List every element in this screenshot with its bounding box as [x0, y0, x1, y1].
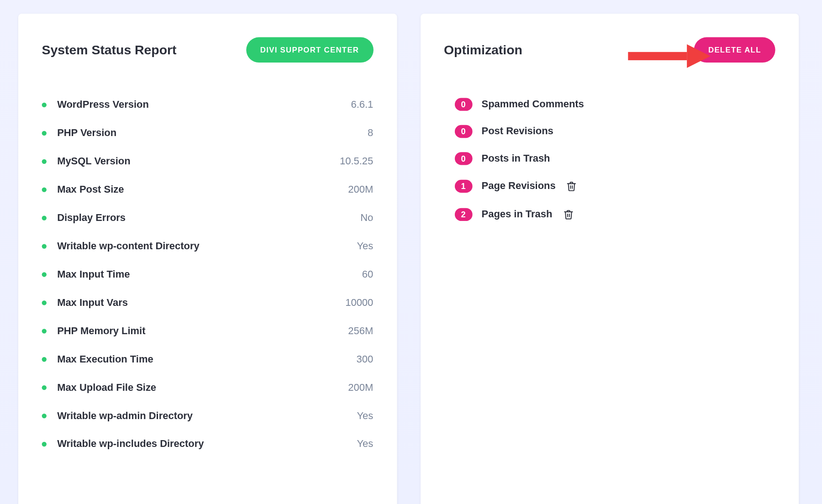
status-label: Max Execution Time	[57, 353, 356, 365]
status-value: 256M	[348, 325, 373, 337]
status-label: PHP Version	[57, 127, 368, 139]
status-row: MySQL Version10.5.25	[42, 147, 374, 176]
optimization-row: 2Pages in Trash	[454, 200, 775, 229]
status-dot-icon	[42, 329, 47, 333]
count-badge: 0	[454, 125, 472, 138]
optimization-label: Pages in Trash	[482, 209, 553, 220]
status-label: Max Input Time	[57, 269, 362, 281]
optimization-row: 0Posts in Trash	[454, 145, 775, 172]
status-dot-icon	[42, 103, 47, 107]
status-label: Max Post Size	[57, 184, 348, 196]
status-row: PHP Version8	[42, 119, 374, 147]
status-dot-icon	[42, 442, 47, 446]
status-value: 60	[362, 269, 373, 281]
status-value: 300	[357, 353, 374, 365]
system-status-title: System Status Report	[42, 42, 177, 58]
optimization-title: Optimization	[444, 42, 522, 58]
status-label: Writable wp-includes Directory	[57, 438, 357, 450]
optimization-label: Page Revisions	[482, 180, 556, 192]
status-value: Yes	[357, 410, 373, 422]
status-row: Max Upload File Size200M	[42, 373, 374, 402]
status-value: 6.6.1	[351, 99, 373, 111]
status-value: Yes	[357, 241, 373, 252]
status-value: Yes	[357, 438, 373, 450]
status-row: Writable wp-admin DirectoryYes	[42, 402, 374, 430]
status-row: Max Execution Time300	[42, 345, 374, 373]
optimization-header: Optimization DELETE ALL	[444, 37, 775, 63]
status-row: PHP Memory Limit256M	[42, 317, 374, 345]
status-dot-icon	[42, 385, 47, 390]
status-label: Max Upload File Size	[57, 382, 348, 394]
status-dot-icon	[42, 357, 47, 362]
trash-icon[interactable]	[565, 179, 578, 193]
status-label: Writable wp-content Directory	[57, 241, 357, 252]
status-label: Display Errors	[57, 212, 360, 224]
optimization-row: 1Page Revisions	[454, 172, 775, 200]
optimization-list: 0Spammed Comments0Post Revisions0Posts i…	[444, 91, 775, 229]
status-value: No	[360, 212, 373, 224]
status-row: Max Post Size200M	[42, 176, 374, 204]
trash-icon[interactable]	[562, 207, 574, 221]
status-list: WordPress Version6.6.1PHP Version8MySQL …	[42, 91, 374, 458]
status-dot-icon	[42, 159, 47, 164]
status-value: 10.5.25	[340, 156, 373, 168]
optimization-label: Spammed Comments	[482, 99, 584, 110]
optimization-row: 0Post Revisions	[454, 118, 775, 145]
system-status-header: System Status Report DIVI SUPPORT CENTER	[42, 37, 374, 63]
status-value: 200M	[348, 184, 373, 196]
status-label: PHP Memory Limit	[57, 325, 348, 337]
status-dot-icon	[42, 244, 47, 248]
status-row: Max Input Vars10000	[42, 289, 374, 317]
optimization-label: Posts in Trash	[482, 152, 550, 164]
status-dot-icon	[42, 188, 47, 192]
status-row: Writable wp-includes DirectoryYes	[42, 430, 374, 458]
status-dot-icon	[42, 215, 47, 220]
status-dot-icon	[42, 272, 47, 277]
optimization-panel: Optimization DELETE ALL 0Spammed Comment…	[420, 14, 799, 504]
status-dot-icon	[42, 131, 47, 136]
status-row: Max Input Time60	[42, 261, 374, 289]
divi-support-center-button[interactable]: DIVI SUPPORT CENTER	[246, 37, 373, 63]
status-row: Writable wp-content DirectoryYes	[42, 232, 374, 261]
count-badge: 0	[454, 98, 472, 110]
status-row: WordPress Version6.6.1	[42, 91, 374, 119]
status-label: Max Input Vars	[57, 297, 345, 309]
system-status-panel: System Status Report DIVI SUPPORT CENTER…	[18, 14, 397, 504]
status-dot-icon	[42, 414, 47, 418]
status-value: 8	[368, 127, 373, 139]
status-label: MySQL Version	[57, 156, 340, 168]
status-label: Writable wp-admin Directory	[57, 410, 357, 422]
optimization-label: Post Revisions	[482, 126, 553, 137]
optimization-row: 0Spammed Comments	[454, 91, 775, 118]
status-row: Display ErrorsNo	[42, 204, 374, 232]
count-badge: 0	[454, 152, 472, 165]
status-label: WordPress Version	[57, 99, 351, 111]
count-badge: 1	[454, 180, 472, 193]
status-dot-icon	[42, 300, 47, 305]
status-value: 200M	[348, 382, 373, 394]
count-badge: 2	[454, 208, 472, 221]
delete-all-button[interactable]: DELETE ALL	[694, 37, 775, 63]
status-value: 10000	[345, 297, 373, 309]
